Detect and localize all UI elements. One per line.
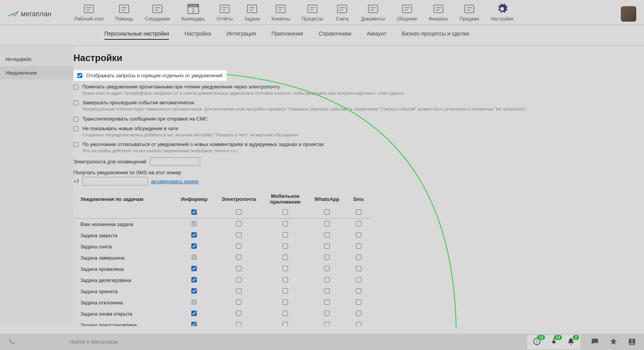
master-checkbox[interactable] — [283, 209, 288, 215]
notif-checkbox[interactable] — [191, 322, 197, 326]
notif-checkbox[interactable] — [191, 221, 197, 226]
activate-number-link[interactable]: активировать номер — [151, 178, 199, 184]
sidebar-item[interactable]: Интерфейс — [0, 53, 73, 66]
star-icon[interactable] — [609, 337, 618, 347]
nav-Документы[interactable]: Документы — [361, 3, 385, 25]
notif-checkbox[interactable] — [356, 255, 361, 260]
subnav-tab[interactable]: Персональные настройки — [104, 31, 169, 40]
nav-Настройки[interactable]: Настройки — [491, 3, 513, 25]
nav-Задачи[interactable]: Задачи — [244, 3, 260, 25]
fire-icon[interactable]: 14 — [550, 337, 558, 347]
nav-Счета[interactable]: Счета — [335, 3, 349, 25]
notif-checkbox[interactable] — [283, 255, 288, 260]
nav-Процессы[interactable]: Процессы — [302, 3, 323, 25]
nav-Сотрудники[interactable]: Сотрудники — [145, 3, 170, 25]
notif-checkbox[interactable] — [236, 277, 242, 282]
email-input[interactable] — [150, 157, 200, 166]
notif-checkbox[interactable] — [283, 232, 288, 238]
notif-checkbox[interactable] — [356, 221, 361, 226]
nav-Рабочий стол[interactable]: Рабочий стол — [75, 3, 104, 25]
notif-checkbox[interactable] — [236, 311, 242, 316]
notif-checkbox[interactable] — [283, 243, 288, 249]
notif-checkbox[interactable] — [324, 221, 330, 226]
notif-checkbox[interactable] — [356, 266, 361, 271]
nav-Общение[interactable]: Общение — [397, 3, 417, 25]
notif-checkbox[interactable] — [283, 288, 288, 294]
notif-checkbox[interactable] — [324, 232, 330, 238]
nav-Помощь[interactable]: Помощь — [115, 3, 133, 25]
notif-checkbox[interactable] — [191, 255, 197, 260]
subnav-tab[interactable]: Настройка — [184, 31, 211, 40]
subnav-tab[interactable]: Приложения — [271, 31, 303, 40]
notif-checkbox[interactable] — [236, 243, 242, 249]
option-checkbox[interactable] — [73, 85, 78, 90]
table-row-label: Задача приостановлена — [73, 319, 174, 326]
notif-checkbox[interactable] — [283, 299, 288, 305]
notif-checkbox[interactable] — [356, 299, 361, 305]
master-checkbox[interactable] — [191, 209, 197, 215]
notif-checkbox[interactable] — [283, 221, 288, 226]
option-hint: Нужно внести адрес "noreply@desc.megapla… — [82, 90, 629, 96]
subnav-tab[interactable]: Справочники — [319, 31, 351, 40]
footer-search[interactable]: Найти в Мегаплане — [70, 339, 118, 345]
notif-checkbox[interactable] — [324, 299, 330, 305]
notif-checkbox[interactable] — [356, 243, 361, 249]
notif-checkbox[interactable] — [191, 232, 197, 238]
notif-checkbox[interactable] — [236, 322, 242, 326]
table-header: WhatsApp — [308, 191, 346, 207]
notif-checkbox[interactable] — [236, 288, 242, 294]
notif-checkbox[interactable] — [356, 322, 361, 326]
master-checkbox[interactable] — [356, 209, 361, 215]
notif-checkbox[interactable] — [236, 232, 242, 238]
option-checkbox[interactable] — [77, 73, 82, 78]
subnav-tab[interactable]: Интеграция — [227, 31, 256, 40]
notif-checkbox[interactable] — [283, 277, 288, 282]
notif-checkbox[interactable] — [324, 311, 330, 316]
notif-checkbox[interactable] — [324, 322, 330, 326]
notif-checkbox[interactable] — [283, 322, 288, 326]
master-checkbox[interactable] — [236, 209, 242, 215]
notif-checkbox[interactable] — [236, 221, 242, 226]
notif-checkbox[interactable] — [191, 277, 197, 282]
notif-checkbox[interactable] — [356, 288, 361, 294]
option-checkbox[interactable] — [73, 100, 78, 105]
notif-checkbox[interactable] — [191, 311, 197, 316]
subnav-tab[interactable]: Аккаунт — [367, 31, 387, 40]
chat-icon[interactable] — [591, 337, 599, 347]
notif-checkbox[interactable] — [191, 266, 197, 271]
notif-checkbox[interactable] — [356, 232, 361, 238]
user-avatar[interactable] — [621, 6, 636, 22]
notif-checkbox[interactable] — [236, 255, 242, 260]
sms-phone-input[interactable] — [82, 177, 148, 185]
notif-checkbox[interactable] — [191, 299, 197, 305]
option-checkbox[interactable] — [73, 142, 78, 147]
notif-checkbox[interactable] — [356, 277, 361, 282]
book-icon[interactable] — [628, 337, 636, 347]
notif-checkbox[interactable] — [356, 311, 361, 316]
bell-icon[interactable]: 2 — [567, 337, 575, 347]
subnav-tab[interactable]: Бизнес-процессы и сделки — [402, 31, 469, 40]
master-checkbox[interactable] — [324, 209, 330, 215]
phone-icon[interactable] — [8, 338, 15, 347]
nav-Календарь[interactable]: НОЯБ2Календарь — [181, 3, 205, 25]
sidebar-item[interactable]: Уведомления — [0, 66, 73, 80]
nav-Отчёты[interactable]: Отчёты — [216, 3, 233, 25]
notif-checkbox[interactable] — [324, 243, 330, 249]
notif-checkbox[interactable] — [324, 277, 330, 282]
notif-checkbox[interactable] — [324, 266, 330, 271]
notif-checkbox[interactable] — [236, 299, 242, 305]
nav-Финансы[interactable]: Финансы — [429, 3, 448, 25]
nav-Клиенты[interactable]: Клиенты — [271, 3, 290, 25]
option-checkbox[interactable] — [73, 126, 78, 131]
notif-checkbox[interactable] — [324, 255, 330, 260]
notif-checkbox[interactable] — [283, 311, 288, 316]
option-checkbox[interactable] — [73, 117, 78, 122]
notif-checkbox[interactable] — [236, 266, 242, 271]
notif-checkbox[interactable] — [191, 288, 197, 294]
notif-checkbox[interactable] — [283, 266, 288, 271]
requests-icon[interactable]: !14 — [533, 337, 541, 347]
notif-checkbox[interactable] — [191, 243, 197, 249]
logo[interactable]: мегаплан — [8, 10, 51, 18]
nav-Продажи[interactable]: Продажи — [460, 3, 479, 25]
notif-checkbox[interactable] — [324, 288, 330, 294]
